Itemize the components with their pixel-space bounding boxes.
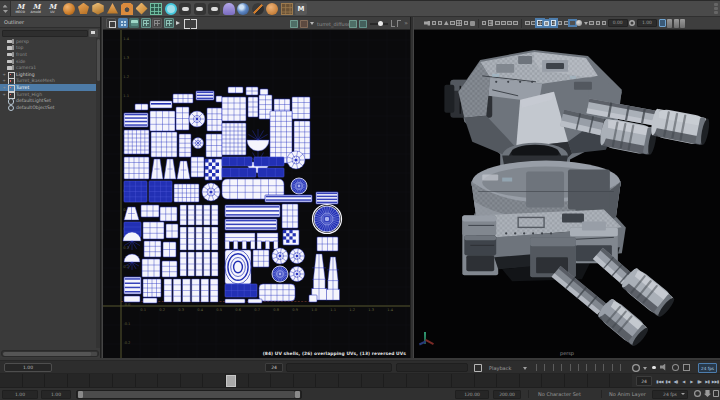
uv-texture-icon[interactable] bbox=[290, 20, 298, 28]
outliner-item-lighting[interactable]: + Lighting bbox=[0, 71, 100, 78]
uv-corner-mark-b-icon[interactable] bbox=[397, 20, 401, 27]
expand-icon[interactable]: + bbox=[3, 85, 7, 89]
sculpt-ring-icon[interactable] bbox=[165, 3, 177, 15]
anim-layer-menu[interactable]: No Anim Layer bbox=[609, 391, 646, 397]
multisample-icon[interactable] bbox=[596, 21, 601, 26]
current-frame-field[interactable]: 1.00 bbox=[4, 363, 52, 372]
texture-dropdown-label[interactable]: turret_diffuse bbox=[317, 21, 350, 27]
playback-end-field[interactable]: 120.00 bbox=[455, 390, 489, 399]
resolution-gate-icon[interactable] bbox=[495, 21, 500, 26]
outliner-horizontal-scrollbar[interactable] bbox=[1, 350, 99, 357]
exposure-field[interactable]: 0.00 bbox=[608, 19, 628, 27]
motion-blur-icon[interactable] bbox=[589, 21, 594, 26]
outliner-item-persp[interactable]: persp bbox=[0, 38, 100, 45]
uv-distortion-icon[interactable] bbox=[106, 18, 116, 28]
outliner-item-turret-high[interactable]: + Turret_High bbox=[0, 91, 100, 98]
isolate-select-button[interactable] bbox=[667, 19, 672, 28]
uv-grid-a-icon[interactable] bbox=[141, 18, 151, 28]
playback-field-2[interactable] bbox=[396, 363, 468, 372]
animation-start-field[interactable]: 1.00 bbox=[2, 390, 38, 399]
paint-sphere-icon[interactable] bbox=[237, 3, 249, 15]
uv-play-icon[interactable] bbox=[175, 18, 182, 28]
gamma-field[interactable]: 1.00 bbox=[637, 19, 657, 27]
sync-icon[interactable] bbox=[672, 364, 679, 371]
mute-icon[interactable] bbox=[694, 390, 701, 397]
grease-pencil-icon[interactable] bbox=[470, 21, 475, 26]
range-start-handle[interactable] bbox=[78, 391, 83, 398]
film-gate-icon[interactable] bbox=[488, 20, 494, 26]
poly-cube-icon[interactable] bbox=[92, 3, 104, 15]
frame-all-icon[interactable] bbox=[531, 21, 536, 26]
go-to-end-button[interactable]: ▶▶▮ bbox=[712, 376, 719, 387]
outliner-search-input[interactable] bbox=[2, 30, 88, 37]
outliner-item-front[interactable]: front bbox=[0, 51, 100, 58]
shelf-tab-switcher[interactable] bbox=[0, 1, 11, 16]
oversca-icon[interactable] bbox=[464, 21, 469, 26]
separator[interactable] bbox=[521, 19, 522, 28]
loop-mode-icon[interactable] bbox=[632, 364, 640, 372]
tool-pill-3-icon[interactable] bbox=[208, 3, 220, 15]
range-end-handle[interactable] bbox=[295, 391, 300, 398]
animation-preferences-icon[interactable] bbox=[713, 390, 719, 397]
play-forwards-button[interactable]: ▶ bbox=[688, 376, 695, 387]
record-dot-icon[interactable] bbox=[652, 366, 656, 370]
outliner-item-side[interactable]: side bbox=[0, 58, 100, 65]
use-default-material-icon[interactable] bbox=[558, 21, 563, 26]
fps-caret-icon[interactable] bbox=[681, 393, 685, 395]
safe-action-icon[interactable] bbox=[513, 21, 518, 26]
loop-mode-caret-icon[interactable] bbox=[643, 367, 647, 370]
tool-pill-2-icon[interactable] bbox=[194, 3, 206, 15]
shadows-icon[interactable] bbox=[564, 21, 569, 26]
bookmark-icon[interactable] bbox=[444, 21, 449, 26]
renderer-caret-icon[interactable] bbox=[584, 22, 588, 25]
uv-editor-grid-icon[interactable] bbox=[150, 3, 162, 15]
uv-material-icon[interactable] bbox=[300, 20, 308, 28]
prev-key-button[interactable]: ▮◀ bbox=[664, 376, 671, 387]
textured-icon[interactable] bbox=[551, 20, 557, 26]
uv-grid-b-icon[interactable] bbox=[152, 18, 162, 28]
playback-field-1[interactable] bbox=[286, 363, 392, 372]
poly-sphere-icon[interactable] bbox=[63, 3, 75, 15]
animation-end-field[interactable]: 200.00 bbox=[493, 390, 521, 399]
poly-cone-icon[interactable] bbox=[107, 3, 119, 15]
sound-icon[interactable] bbox=[660, 364, 667, 371]
uv-grid-c-icon[interactable] bbox=[164, 18, 174, 28]
uv-gamma-icon[interactable] bbox=[359, 20, 367, 28]
clip-icon[interactable] bbox=[683, 364, 690, 371]
field-chart-icon[interactable] bbox=[507, 21, 512, 26]
uv-editor-canvas[interactable]: 1.41.31.21.11.00.90.80.70.60.50.40.30.20… bbox=[103, 30, 410, 358]
playblast-icon[interactable] bbox=[474, 364, 482, 372]
grid-toggle-icon[interactable] bbox=[482, 21, 487, 26]
depth-peeling-icon[interactable] bbox=[602, 21, 607, 26]
tool-pill-1-icon[interactable] bbox=[179, 3, 191, 15]
step-back-button[interactable]: ◀▮ bbox=[672, 376, 679, 387]
xray-button[interactable] bbox=[674, 19, 679, 28]
fps-badge[interactable]: 24 fps bbox=[698, 363, 717, 373]
playback-menu-label[interactable]: Playback bbox=[489, 365, 511, 371]
uv-image-icon[interactable] bbox=[129, 18, 139, 28]
expand-icon[interactable]: + bbox=[3, 79, 7, 83]
outliner-item-defaultlightset[interactable]: defaultLightSet bbox=[0, 97, 100, 104]
uv-checker-icon[interactable] bbox=[118, 18, 128, 28]
safe-title-icon[interactable] bbox=[525, 21, 530, 26]
go-to-start-button[interactable]: ▮◀◀ bbox=[656, 376, 663, 387]
outliner-filter-icon[interactable] bbox=[89, 29, 98, 37]
scrollbar-thumb[interactable] bbox=[3, 352, 92, 357]
quad-draw-icon[interactable] bbox=[252, 3, 264, 15]
shaded-icon[interactable] bbox=[544, 21, 549, 26]
settings-gear-icon[interactable] bbox=[629, 20, 635, 26]
poly-diamond-icon[interactable] bbox=[136, 3, 148, 15]
range-slider-thumb[interactable] bbox=[82, 391, 295, 398]
next-key-button[interactable]: ▶▮ bbox=[704, 376, 711, 387]
camera-attributes-icon[interactable] bbox=[438, 21, 443, 26]
joints-xray-button[interactable] bbox=[680, 19, 685, 28]
frame-rate-box[interactable]: 24 bbox=[265, 363, 283, 372]
expand-icon[interactable]: + bbox=[3, 72, 7, 76]
wireframe-icon[interactable] bbox=[537, 20, 543, 26]
toolbar-overflow-icon[interactable]: » bbox=[404, 19, 408, 26]
step-forward-button[interactable]: ▮▶ bbox=[696, 376, 703, 387]
uv-corner-mark-a-icon[interactable] bbox=[391, 20, 395, 27]
character-icon[interactable] bbox=[223, 3, 235, 15]
shelf-arnold-button[interactable]: M Arnold bbox=[29, 1, 43, 16]
uv-exposure-icon[interactable] bbox=[349, 20, 357, 28]
